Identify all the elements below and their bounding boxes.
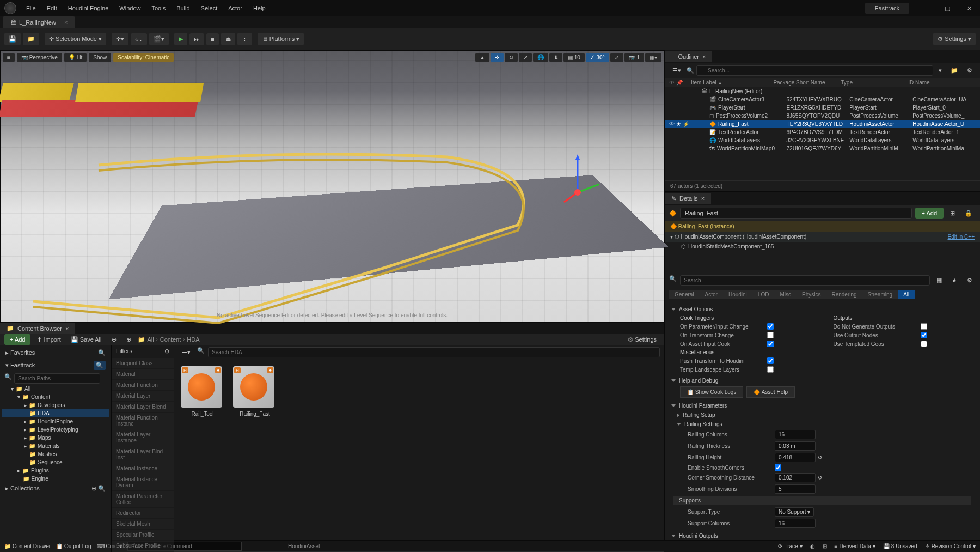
cat-physics[interactable]: Physics bbox=[797, 290, 826, 299]
menu-actor[interactable]: Actor bbox=[223, 2, 248, 15]
outliner-row[interactable]: ◻ PostProcessVolume2 8J65SQYTOPV2QDU Pos… bbox=[665, 112, 980, 120]
railing-thickness-input[interactable] bbox=[775, 441, 816, 451]
tree-all[interactable]: ▾ 📁 All bbox=[2, 385, 109, 393]
output-log-button[interactable]: 📋 Output Log bbox=[56, 543, 91, 549]
derived-data-button[interactable]: ≡ Derived Data ▾ bbox=[835, 543, 875, 549]
railing-height-input[interactable] bbox=[775, 453, 816, 462]
menu-houdini-engine[interactable]: Houdini Engine bbox=[63, 2, 114, 15]
tree-developers[interactable]: ▸ 📁 Developers bbox=[2, 401, 109, 409]
collections-section[interactable]: ▸ Collections ⊕ 🔍 bbox=[2, 483, 109, 494]
outliner-row-level[interactable]: 🏛 L_RailingNew (Editor) bbox=[665, 87, 980, 95]
tree-meshes[interactable]: 📁 Meshes bbox=[2, 450, 109, 458]
menu-window[interactable]: Window bbox=[114, 2, 146, 15]
filter-item[interactable]: Subsurface Profile bbox=[112, 541, 174, 551]
asset-rail-tool[interactable]: H● Rail_Tool bbox=[181, 366, 224, 418]
rotation-snap-button[interactable]: ∠ 30° bbox=[586, 53, 609, 62]
static-mesh-component[interactable]: ⬡ HoudiniStaticMeshComponent_165 bbox=[665, 242, 980, 251]
close-button[interactable]: ✕ bbox=[958, 0, 980, 16]
surface-snap-button[interactable]: ⬇ bbox=[549, 53, 562, 62]
close-tab-icon[interactable]: × bbox=[64, 19, 68, 26]
support-type-dropdown[interactable]: No Support ▾ bbox=[775, 507, 814, 517]
outliner-new-folder-button[interactable]: 📁 bbox=[947, 65, 961, 76]
outliner-row[interactable]: 🎮 PlayerStart ER1ZXRG5XHDETYD PlayerStar… bbox=[665, 104, 980, 112]
push-transform-checkbox[interactable] bbox=[767, 357, 774, 364]
col-package[interactable]: Package Short Name bbox=[773, 80, 841, 86]
filter-item[interactable]: Material bbox=[112, 369, 174, 379]
houdini-parameters-header[interactable]: Houdini Parameters bbox=[669, 401, 976, 410]
cat-general[interactable]: General bbox=[669, 290, 700, 299]
outliner-settings-button[interactable]: ⚙ bbox=[964, 65, 976, 76]
templated-geos-checkbox[interactable] bbox=[921, 341, 927, 347]
gizmo-icon[interactable] bbox=[561, 154, 605, 203]
tree-houdiniengine[interactable]: ▸ 📁 HoudiniEngine bbox=[2, 417, 109, 426]
corner-smoothing-input[interactable] bbox=[775, 473, 816, 482]
tree-sequence[interactable]: 📁 Sequence bbox=[2, 458, 109, 466]
menu-edit[interactable]: Edit bbox=[41, 2, 63, 15]
filter-item[interactable]: Material Layer Bind Inst bbox=[112, 446, 174, 463]
col-type[interactable]: Type bbox=[841, 80, 908, 86]
details-tab[interactable]: ✎ Details × bbox=[665, 193, 711, 204]
col-id[interactable]: ID Name bbox=[908, 80, 976, 86]
play-button[interactable]: ▶ bbox=[174, 33, 187, 45]
on-transform-change-checkbox[interactable] bbox=[767, 332, 774, 338]
cat-lod[interactable]: LOD bbox=[752, 290, 775, 299]
save-options-button[interactable]: 📁 bbox=[23, 33, 39, 45]
camera-speed-button[interactable]: 📷 1 bbox=[624, 53, 644, 62]
rotate-tool-button[interactable]: ↻ bbox=[505, 53, 518, 62]
add-collection-icon[interactable]: ⊕ bbox=[91, 485, 96, 492]
tree-materials[interactable]: ▸ 📁 Materials bbox=[2, 442, 109, 450]
menu-help[interactable]: Help bbox=[248, 2, 271, 15]
reset-icon[interactable]: ↺ bbox=[818, 475, 822, 481]
add-component-button[interactable]: + Add bbox=[915, 208, 944, 219]
tree-levelproto[interactable]: ▸ 📁 LevelPrototyping bbox=[2, 426, 109, 434]
filter-item[interactable]: Material Instance Dynam bbox=[112, 474, 174, 490]
perspective-dropdown[interactable]: 📷 Perspective bbox=[17, 53, 62, 62]
cat-all[interactable]: All bbox=[898, 290, 915, 299]
add-content-button[interactable]: ✛▾ bbox=[112, 33, 128, 45]
play-skip-button[interactable]: ⏭ bbox=[189, 33, 204, 45]
outliner-row[interactable]: 🗺 WorldPartitionMiniMap0 72UI01GQEJ7WYD6… bbox=[665, 144, 980, 153]
details-locate-button[interactable]: ⊞ bbox=[947, 208, 958, 219]
details-lock-button[interactable]: 🔒 bbox=[961, 208, 976, 219]
scale-snap-button[interactable]: ⤢ bbox=[610, 53, 623, 62]
document-tab[interactable]: 🏛 L_RailingNew × bbox=[3, 16, 75, 28]
railing-settings-header[interactable]: Railing Settings bbox=[669, 420, 976, 429]
tree-plugins[interactable]: ▸ 📁 Plugins bbox=[2, 466, 109, 475]
revision-control-button[interactable]: ⚠ Revision Control ▾ bbox=[925, 543, 976, 549]
trace-button[interactable]: ⟳ Trace ▾ bbox=[778, 543, 802, 549]
on-param-change-checkbox[interactable] bbox=[767, 323, 774, 330]
col-item-label[interactable]: Item Label ▴ bbox=[691, 80, 773, 86]
status-icon[interactable]: ◐ bbox=[810, 543, 815, 549]
cat-rendering[interactable]: Rendering bbox=[826, 290, 862, 299]
details-grid-button[interactable]: ▦ bbox=[933, 275, 945, 286]
enable-smooth-checkbox[interactable] bbox=[775, 464, 781, 471]
menu-tools[interactable]: Tools bbox=[146, 2, 171, 15]
play-options-button[interactable]: ⋮ bbox=[237, 33, 252, 45]
details-favorite-button[interactable]: ★ bbox=[948, 275, 960, 286]
show-cook-logs-button[interactable]: 📋 Show Cook Logs bbox=[680, 386, 743, 398]
asset-options-header[interactable]: Asset Options bbox=[669, 305, 976, 314]
outliner-search-input[interactable] bbox=[696, 65, 933, 76]
filter-item[interactable]: Material Layer bbox=[112, 391, 174, 401]
tree-content[interactable]: ▾ 📁 Content bbox=[2, 393, 109, 401]
visibility-header-icon[interactable] bbox=[669, 80, 675, 86]
asset-railing-fast[interactable]: H● Railing_Fast bbox=[233, 366, 277, 418]
minimize-button[interactable]: — bbox=[915, 0, 936, 16]
reset-icon[interactable]: ↺ bbox=[818, 454, 822, 460]
houdini-outputs-header[interactable]: Houdini Outputs bbox=[669, 531, 976, 540]
status-icon[interactable]: ⊞ bbox=[823, 543, 827, 549]
outliner-row[interactable]: 🎬 CineCameraActor3 524TXYHFYWXBRUQ CineC… bbox=[665, 95, 980, 104]
viewport-options-button[interactable]: ≡ bbox=[3, 53, 15, 62]
world-space-button[interactable]: 🌐 bbox=[533, 53, 548, 62]
railing-columns-input[interactable] bbox=[775, 430, 816, 439]
menu-build[interactable]: Build bbox=[171, 2, 195, 15]
outliner-options-button[interactable]: ▾ bbox=[935, 65, 945, 76]
details-settings-button[interactable]: ⚙ bbox=[964, 275, 976, 286]
no-outputs-checkbox[interactable] bbox=[921, 323, 927, 330]
cinematics-button[interactable]: 🎬▾ bbox=[149, 33, 169, 45]
cat-streaming[interactable]: Streaming bbox=[862, 290, 898, 299]
filter-item[interactable]: Material Function Instanc bbox=[112, 413, 174, 429]
viewport-scene[interactable] bbox=[1, 51, 664, 322]
filter-item[interactable]: Specular Profile bbox=[112, 530, 174, 540]
outliner-tab[interactable]: ≡ Outliner × bbox=[665, 51, 712, 62]
